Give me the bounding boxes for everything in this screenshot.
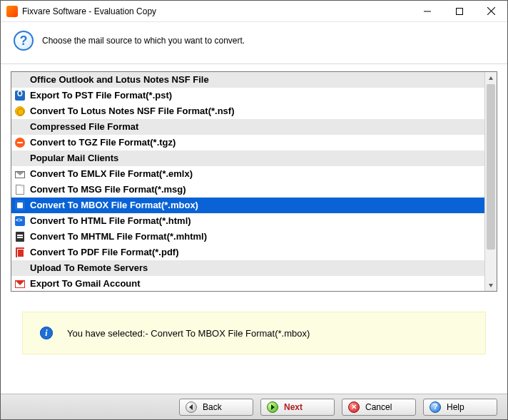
- list-item-label: Export To Gmail Account: [30, 278, 484, 289]
- list-item-label: Convert To MBOX File Format(*.mbox): [30, 200, 484, 210]
- list-item[interactable]: Convert To MHTML File Format(*.mhtml): [11, 229, 484, 245]
- svg-marker-4: [489, 76, 493, 80]
- mbox-icon: [14, 200, 26, 211]
- list-item[interactable]: Export To PST File Format(*.pst): [11, 88, 484, 103]
- back-label: Back: [203, 402, 222, 412]
- cancel-icon: [348, 401, 360, 413]
- scroll-track[interactable]: [485, 84, 497, 279]
- maximize-button[interactable]: [443, 1, 475, 22]
- list-item-label: Upload To Remote Servers: [30, 262, 484, 273]
- cancel-label: Cancel: [365, 402, 392, 412]
- format-list[interactable]: Office Outlook and Lotus Notes NSF FileE…: [11, 72, 484, 291]
- list-item[interactable]: Convert To EMLX File Format(*.emlx): [11, 166, 484, 182]
- minimize-button[interactable]: [411, 1, 443, 22]
- list-item-label: Compressed File Format: [30, 121, 484, 132]
- back-icon: [186, 401, 197, 413]
- help-icon: [430, 401, 441, 413]
- list-item-label: Convert to TGZ File Format(*.tgz): [30, 137, 484, 148]
- outlook-icon: [14, 90, 26, 101]
- list-section-header: Upload To Remote Servers: [11, 260, 484, 276]
- window-title: Fixvare Software - Evaluation Copy: [22, 6, 156, 16]
- list-item-label: Convert To EMLX File Format(*.emlx): [30, 168, 484, 179]
- next-label: Next: [284, 402, 303, 412]
- info-icon: i: [40, 327, 53, 339]
- next-button[interactable]: Next: [260, 399, 335, 416]
- scroll-down-button[interactable]: [485, 279, 497, 291]
- titlebar: Fixvare Software - Evaluation Copy: [1, 1, 507, 22]
- list-item[interactable]: Export To Gmail Account: [11, 276, 484, 291]
- scroll-up-button[interactable]: [485, 72, 497, 84]
- list-item-label: Convert To Lotus Notes NSF File Format(*…: [30, 106, 484, 116]
- msg-icon: [14, 184, 26, 195]
- nsf-icon: [14, 106, 26, 117]
- list-section-header: Compressed File Format: [11, 119, 484, 135]
- list-section-header: Popular Mail Clients: [11, 150, 484, 166]
- list-item[interactable]: Convert to TGZ File Format(*.tgz): [11, 135, 484, 150]
- html-icon: [14, 215, 26, 227]
- format-list-container: Office Outlook and Lotus Notes NSF FileE…: [11, 71, 497, 292]
- instruction-header: ? Choose the mail source to which you wa…: [1, 22, 507, 64]
- help-button[interactable]: Help: [423, 399, 497, 416]
- list-section-header: Office Outlook and Lotus Notes NSF File: [11, 72, 484, 88]
- list-item-label: Convert To HTML File Format(*.html): [30, 215, 484, 226]
- close-button[interactable]: [475, 1, 507, 22]
- instruction-text: Choose the mail source to which you want…: [42, 36, 245, 46]
- list-item[interactable]: Convert To HTML File Format(*.html): [11, 213, 484, 229]
- list-item-label: Office Outlook and Lotus Notes NSF File: [30, 74, 484, 85]
- scroll-thumb[interactable]: [487, 84, 495, 250]
- list-item-label: Export To PST File Format(*.pst): [30, 90, 484, 101]
- svg-rect-1: [456, 8, 462, 14]
- scrollbar[interactable]: [484, 72, 497, 291]
- app-icon: [6, 6, 18, 17]
- next-icon: [267, 401, 278, 413]
- env-icon: [14, 168, 26, 180]
- tgz-icon: [14, 137, 26, 148]
- list-item[interactable]: Convert To MSG File Format(*.msg): [11, 182, 484, 198]
- list-item-label: Convert To MHTML File Format(*.mhtml): [30, 231, 484, 242]
- back-button[interactable]: Back: [179, 399, 253, 416]
- selection-info-bar: i You have selected:- Convert To MBOX Fi…: [22, 312, 486, 354]
- list-item-label: Popular Mail Clients: [30, 153, 484, 163]
- list-item[interactable]: Convert To PDF File Format(*.pdf): [11, 245, 484, 260]
- mhtml-icon: [14, 231, 26, 242]
- list-item-label: Convert To MSG File Format(*.msg): [30, 184, 484, 195]
- gmail-icon: [14, 278, 26, 290]
- svg-marker-5: [489, 284, 493, 287]
- pdf-icon: [14, 247, 26, 258]
- selection-info-text: You have selected:- Convert To MBOX File…: [67, 328, 310, 339]
- question-icon: ?: [14, 31, 34, 51]
- list-item[interactable]: Convert To Lotus Notes NSF File Format(*…: [11, 103, 484, 119]
- list-item-label: Convert To PDF File Format(*.pdf): [30, 247, 484, 257]
- list-item[interactable]: Convert To MBOX File Format(*.mbox): [11, 198, 484, 213]
- cancel-button[interactable]: Cancel: [342, 399, 416, 416]
- footer-buttons: Back Next Cancel Help: [1, 394, 507, 419]
- help-label: Help: [447, 402, 464, 412]
